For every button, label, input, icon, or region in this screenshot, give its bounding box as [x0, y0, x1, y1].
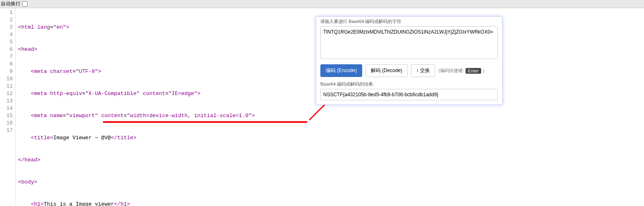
encode-button[interactable]: 编码 (Encode)	[320, 64, 362, 77]
line-number: 14	[0, 105, 13, 112]
code-line: <title>Image Viewer ~ @V@</title>	[18, 134, 633, 142]
base64-popup: 请输入要进行 Base64 编码或解码的字符 编码 (Encode) 解码 (D…	[316, 16, 502, 105]
line-number: 9	[0, 68, 13, 75]
popup-button-row: 编码 (Encode) 解码 (Decode) ↕ 交换 (编码快捷键: Ent…	[320, 64, 498, 77]
line-number: 12	[0, 90, 13, 97]
line-number: 15	[0, 112, 13, 120]
result-label: Base64 编码或解码的结果:	[320, 81, 498, 87]
line-number: 1	[0, 9, 13, 16]
line-number: 5	[0, 38, 13, 46]
top-toolbar: 自动换行	[0, 0, 644, 8]
base64-input[interactable]	[320, 26, 498, 59]
code-line: <meta name="viewport" content="width=dev…	[18, 112, 633, 120]
line-number: 13	[0, 97, 13, 105]
enter-key-icon: Enter	[466, 68, 481, 74]
swap-button[interactable]: ↕ 交换	[411, 64, 435, 77]
line-gutter: 1 2 3 4 5 6 7 8 9 10 11 12 13 14 15 16 1…	[0, 8, 16, 206]
line-number: 3	[0, 24, 13, 31]
line-number: 17	[0, 127, 13, 134]
popup-title: 请输入要进行 Base64 编码或解码的字符	[320, 18, 498, 25]
line-number: 4	[0, 31, 13, 38]
line-number: 2	[0, 16, 13, 24]
wrap-checkbox[interactable]	[22, 1, 27, 7]
wrap-label: 自动换行	[1, 0, 21, 7]
result-output[interactable]: NSSCTF{a432105b-8ed5-4fb9-b706-bcb6cdb1a…	[320, 89, 498, 100]
line-number: 16	[0, 120, 13, 127]
code-line: <h1>This is a Image viewer</h1>	[18, 201, 633, 206]
shortcut-hint: (编码快捷键: Enter )	[438, 68, 484, 74]
line-number: 10	[0, 75, 13, 83]
line-number: 7	[0, 53, 13, 61]
code-line: <body>	[18, 179, 633, 186]
annotation-underline	[103, 121, 307, 123]
line-number: 6	[0, 46, 13, 53]
line-number: 8	[0, 61, 13, 68]
decode-button[interactable]: 解码 (Decode)	[365, 64, 408, 77]
code-line: </head>	[18, 156, 633, 164]
line-number: 11	[0, 83, 13, 90]
